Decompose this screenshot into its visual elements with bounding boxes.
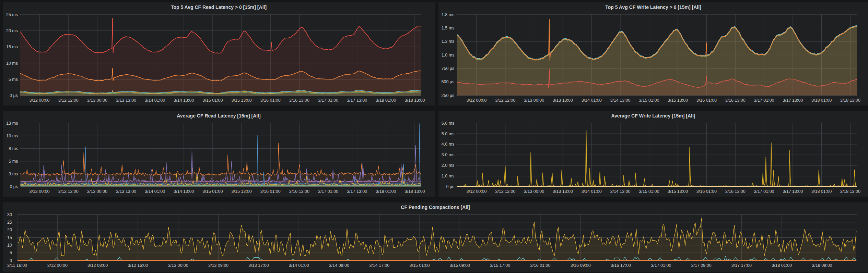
svg-text:3/15 01:00: 3/15 01:00 [202, 98, 223, 103]
svg-text:3/16 13:00: 3/16 13:00 [289, 98, 309, 103]
svg-text:0: 0 [10, 258, 12, 263]
svg-text:8 ms: 8 ms [9, 146, 18, 151]
svg-text:3/15 13:00: 3/15 13:00 [232, 189, 252, 194]
svg-text:1.8 ms: 1.8 ms [442, 12, 455, 17]
svg-text:3/15 13:00: 3/15 13:00 [232, 98, 252, 103]
svg-text:3/17 17:00: 3/17 17:00 [731, 263, 752, 268]
svg-text:3 ms: 3 ms [9, 172, 18, 176]
svg-text:3/16 13:00: 3/16 13:00 [289, 189, 309, 194]
svg-text:2.0 ms: 2.0 ms [442, 163, 455, 168]
svg-text:25: 25 [7, 220, 12, 225]
svg-text:3/18 01:00: 3/18 01:00 [376, 98, 396, 103]
svg-text:3/13 09:00: 3/13 09:00 [208, 263, 228, 268]
svg-text:3/12 16:00: 3/12 16:00 [128, 263, 148, 268]
svg-text:5 ms: 5 ms [9, 77, 18, 82]
svg-text:3/15 01:00: 3/15 01:00 [639, 189, 659, 194]
svg-text:0 µs: 0 µs [10, 184, 18, 189]
svg-text:CF Pending Compactions [All]: CF Pending Compactions [All] [401, 204, 470, 210]
svg-text:Top 5 Avg CF Read Latency > 0: Top 5 Avg CF Read Latency > 0 [15m] [All… [171, 4, 267, 10]
svg-text:4.0 ms: 4.0 ms [442, 142, 455, 147]
svg-text:0 µs: 0 µs [10, 93, 18, 98]
svg-text:250 µs: 250 µs [442, 93, 455, 98]
svg-text:3/18 01:00: 3/18 01:00 [376, 189, 396, 194]
svg-text:3/16 01:00: 3/16 01:00 [530, 263, 550, 268]
svg-text:3/13 00:00: 3/13 00:00 [168, 263, 188, 268]
svg-text:3/18 13:00: 3/18 13:00 [404, 98, 425, 103]
svg-text:3/18 01:00: 3/18 01:00 [811, 189, 832, 194]
svg-text:3/18 09:00: 3/18 09:00 [812, 263, 832, 268]
svg-text:10 ms: 10 ms [6, 134, 18, 138]
svg-text:3/15 09:00: 3/15 09:00 [450, 263, 470, 268]
svg-text:3/15 13:00: 3/15 13:00 [668, 98, 688, 103]
svg-text:0 µs: 0 µs [446, 184, 454, 189]
svg-text:3/12 08:00: 3/12 08:00 [87, 263, 108, 268]
svg-text:Average CF Write Latency [15m]: Average CF Write Latency [15m] [All] [611, 113, 695, 119]
svg-text:3/14 17:00: 3/14 17:00 [369, 263, 389, 268]
svg-text:30: 30 [7, 212, 12, 217]
svg-text:13 ms: 13 ms [6, 121, 18, 126]
svg-text:3/13 17:00: 3/13 17:00 [248, 263, 269, 268]
svg-text:3/17 09:00: 3/17 09:00 [691, 263, 712, 268]
svg-text:3/14 01:00: 3/14 01:00 [582, 98, 602, 103]
svg-text:3/14 01:00: 3/14 01:00 [289, 263, 309, 268]
svg-text:15 ms: 15 ms [6, 45, 18, 49]
svg-text:3/13 13:00: 3/13 13:00 [116, 98, 136, 103]
svg-text:1.3 ms: 1.3 ms [442, 39, 455, 44]
svg-text:3/17 01:00: 3/17 01:00 [318, 189, 338, 194]
svg-text:15: 15 [7, 235, 12, 240]
svg-text:20 ms: 20 ms [6, 28, 18, 33]
svg-text:3/17 13:00: 3/17 13:00 [347, 189, 367, 194]
svg-text:3/14 01:00: 3/14 01:00 [145, 189, 165, 194]
svg-text:3/16 01:00: 3/16 01:00 [260, 189, 281, 194]
svg-text:3/14 01:00: 3/14 01:00 [145, 98, 165, 103]
svg-text:3/16 17:00: 3/16 17:00 [611, 263, 631, 268]
svg-text:3/14 13:00: 3/14 13:00 [610, 189, 630, 194]
svg-text:3/12 00:00: 3/12 00:00 [466, 189, 486, 194]
svg-text:3/12 00:00: 3/12 00:00 [47, 263, 68, 268]
svg-text:3/18 13:00: 3/18 13:00 [840, 98, 860, 103]
svg-text:3/12 12:00: 3/12 12:00 [495, 189, 515, 194]
svg-text:3/15 01:00: 3/15 01:00 [409, 263, 430, 268]
svg-text:25 ms: 25 ms [6, 12, 18, 17]
svg-text:3/14 09:00: 3/14 09:00 [329, 263, 349, 268]
svg-text:3/17 13:00: 3/17 13:00 [783, 98, 803, 103]
svg-text:3/17 01:00: 3/17 01:00 [754, 189, 774, 194]
svg-text:20: 20 [7, 227, 12, 232]
svg-text:3/15 01:00: 3/15 01:00 [202, 189, 223, 194]
svg-text:750 µs: 750 µs [442, 66, 455, 71]
svg-text:3/15 13:00: 3/15 13:00 [668, 189, 688, 194]
svg-text:10 ms: 10 ms [6, 61, 18, 66]
svg-text:3/12 00:00: 3/12 00:00 [29, 189, 49, 194]
svg-text:3/15 17:00: 3/15 17:00 [490, 263, 510, 268]
svg-text:3/16 09:00: 3/16 09:00 [571, 263, 591, 268]
svg-text:Average CF Read Latency [15m]: Average CF Read Latency [15m] [All] [177, 113, 261, 119]
svg-text:3/13 00:00: 3/13 00:00 [87, 98, 107, 103]
svg-text:3/18 01:00: 3/18 01:00 [811, 98, 832, 103]
svg-text:3/16 01:00: 3/16 01:00 [696, 98, 717, 103]
svg-text:10: 10 [7, 243, 12, 248]
svg-text:Top 5 Avg CF Write Latency > 0: Top 5 Avg CF Write Latency > 0 [15m] [Al… [605, 4, 701, 10]
svg-text:3/12 12:00: 3/12 12:00 [58, 189, 79, 194]
svg-text:3/12 12:00: 3/12 12:00 [58, 98, 79, 103]
svg-text:3/13 00:00: 3/13 00:00 [524, 98, 544, 103]
svg-text:3/14 13:00: 3/14 13:00 [174, 189, 194, 194]
svg-text:3/12 00:00: 3/12 00:00 [466, 98, 486, 103]
svg-text:1.0 ms: 1.0 ms [442, 53, 455, 58]
svg-text:5.0 ms: 5.0 ms [442, 132, 455, 136]
svg-text:3/13 13:00: 3/13 13:00 [553, 189, 573, 194]
svg-text:5: 5 [10, 250, 12, 255]
svg-text:3/16 13:00: 3/16 13:00 [725, 98, 746, 103]
svg-text:3.0 ms: 3.0 ms [442, 152, 455, 157]
svg-text:3/17 13:00: 3/17 13:00 [347, 98, 367, 103]
svg-text:3/16 13:00: 3/16 13:00 [725, 189, 746, 194]
svg-text:3/12 00:00: 3/12 00:00 [29, 98, 49, 103]
svg-text:1.5 ms: 1.5 ms [442, 26, 455, 30]
svg-text:3/15 01:00: 3/15 01:00 [639, 98, 659, 103]
svg-text:3/11 16:00: 3/11 16:00 [7, 263, 27, 268]
svg-text:3/13 13:00: 3/13 13:00 [116, 189, 136, 194]
svg-text:3/16 01:00: 3/16 01:00 [696, 189, 717, 194]
svg-text:1.0 ms: 1.0 ms [442, 174, 455, 178]
svg-text:3/13 00:00: 3/13 00:00 [87, 189, 107, 194]
svg-text:3/18 13:00: 3/18 13:00 [840, 189, 860, 194]
svg-text:3/14 13:00: 3/14 13:00 [610, 98, 630, 103]
